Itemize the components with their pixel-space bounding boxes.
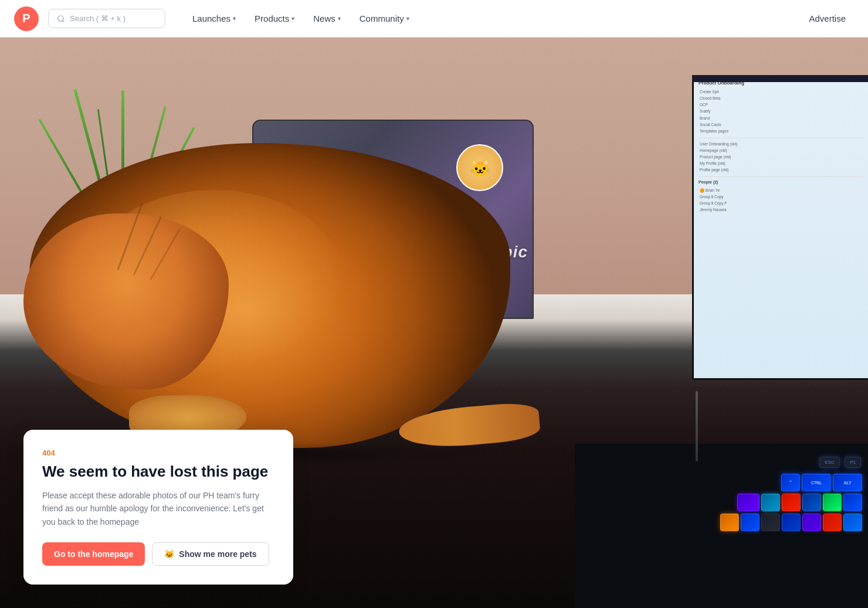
monitor-section-2: People (2) 🟠 Brian Ye Group 8 Copy Group… bbox=[699, 176, 863, 213]
nav-item-community[interactable]: Community ▾ bbox=[351, 9, 418, 28]
monitor-item: User Onboarding (old) bbox=[699, 141, 863, 147]
search-placeholder: Search ( ⌘ + k ) bbox=[70, 14, 126, 23]
error-code: 404 bbox=[42, 449, 274, 457]
monitor-item: GCP bbox=[699, 101, 863, 108]
monitor-cable bbox=[696, 391, 698, 461]
search-bar[interactable]: Search ( ⌘ + k ) bbox=[48, 9, 165, 28]
svg-point-0 bbox=[58, 15, 63, 21]
monitor-item: Profile page (old) bbox=[699, 167, 863, 173]
monitor-item: Closed Beta bbox=[699, 95, 863, 101]
monitor-item: Brand bbox=[699, 115, 863, 121]
keyboard: ESC P1 ⌃ CTRL ALT bbox=[575, 444, 868, 608]
chevron-down-icon: ▾ bbox=[406, 15, 409, 22]
header: P Search ( ⌘ + k ) Launches ▾ Products ▾… bbox=[0, 0, 868, 38]
monitor-item: Product page (old) bbox=[699, 154, 863, 160]
nav-item-launches[interactable]: Launches ▾ bbox=[184, 9, 244, 28]
show-pets-label: Show me more pets bbox=[179, 549, 256, 559]
pets-emoji: 🐱 bbox=[164, 549, 174, 559]
error-description: Please accept these adorable photos of o… bbox=[42, 489, 274, 528]
go-home-button[interactable]: Go to the homepage bbox=[42, 542, 145, 566]
show-more-pets-button[interactable]: 🐱 Show me more pets bbox=[152, 542, 269, 566]
monitor-top-bezel bbox=[692, 75, 868, 82]
logo[interactable]: P bbox=[14, 6, 39, 31]
nav-item-products[interactable]: Products ▾ bbox=[246, 9, 303, 28]
monitor-item: Templates pages bbox=[699, 128, 863, 134]
error-card: 404 We seem to have lost this page Pleas… bbox=[23, 430, 293, 585]
monitor-content: Product Onboarding Create Spit Closed Be… bbox=[694, 75, 868, 218]
monitor-item: Group 8 Copy F bbox=[699, 200, 863, 206]
nav-item-news[interactable]: News ▾ bbox=[305, 9, 349, 28]
monitor-item: 🟠 Brian Ye bbox=[699, 187, 863, 193]
monitor-item: Social Cards bbox=[699, 121, 863, 128]
error-title: We seem to have lost this page bbox=[42, 462, 274, 482]
search-icon bbox=[57, 15, 65, 23]
monitor-item: Group 8 Copy bbox=[699, 193, 863, 200]
monitor: Product Onboarding Create Spit Closed Be… bbox=[692, 75, 868, 380]
monitor-item: Sratify bbox=[699, 108, 863, 114]
chevron-down-icon: ▾ bbox=[338, 15, 341, 22]
monitor-item: Create Spit bbox=[699, 89, 863, 95]
monitor-item: Homepage (old) bbox=[699, 147, 863, 154]
chevron-down-icon: ▾ bbox=[233, 15, 236, 22]
monitor-section: User Onboarding (old) Homepage (old) Pro… bbox=[699, 138, 863, 173]
main-nav: Launches ▾ Products ▾ News ▾ Community ▾ bbox=[184, 9, 418, 28]
chevron-down-icon: ▾ bbox=[291, 15, 294, 22]
monitor-item: Jeremy Nausea bbox=[699, 206, 863, 213]
advertise-link[interactable]: Advertise bbox=[801, 9, 854, 28]
monitor-item: My Profile (old) bbox=[699, 160, 863, 167]
error-actions: Go to the homepage 🐱 Show me more pets bbox=[42, 542, 274, 566]
